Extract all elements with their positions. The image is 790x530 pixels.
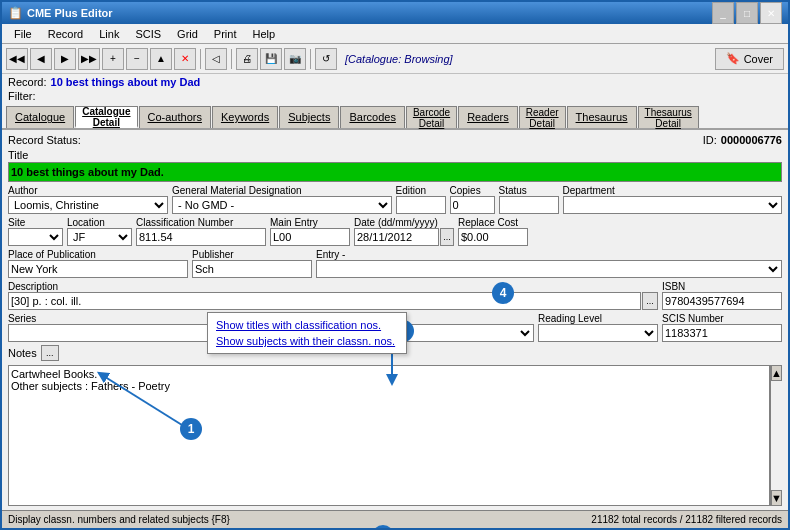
notes-textarea[interactable]: Cartwheel Books. Other subjects : Father…: [8, 365, 770, 506]
description-label: Description: [8, 281, 658, 292]
tab-thesaurus[interactable]: Thesaurus: [567, 106, 637, 128]
id-value: 0000006776: [721, 134, 782, 146]
toolbar: ◀◀ ◀ ▶ ▶▶ + − ▲ ✕ ◁ 🖨 💾 📷 ↺ [Catalogue: …: [2, 44, 788, 74]
delete-record-button[interactable]: −: [126, 48, 148, 70]
tab-keywords[interactable]: Keywords: [212, 106, 278, 128]
scisnumber-input[interactable]: [662, 324, 782, 342]
cancel-button[interactable]: ✕: [174, 48, 196, 70]
description-more-button[interactable]: ...: [642, 292, 658, 310]
gmd-select[interactable]: - No GMD -: [172, 196, 392, 214]
first-record-button[interactable]: ◀◀: [6, 48, 28, 70]
print-icon-button[interactable]: 🖨: [236, 48, 258, 70]
tab-readers[interactable]: Readers: [458, 106, 518, 128]
menu-help[interactable]: Help: [244, 26, 283, 42]
publisher-label: Publisher: [192, 249, 312, 260]
menu-link[interactable]: Link: [91, 26, 127, 42]
separator2: [231, 49, 232, 69]
mainentry-label: Main Entry: [270, 217, 350, 228]
tab-catalogue-detail[interactable]: CatalogueDetail: [75, 106, 137, 128]
title-label: Title: [8, 149, 782, 161]
notes-more-button[interactable]: ...: [41, 345, 59, 361]
placeofpub-label: Place of Publication: [8, 249, 188, 260]
mainentry-input[interactable]: [270, 228, 350, 246]
last-record-button[interactable]: ▶▶: [78, 48, 100, 70]
tooltip-popup: Show titles with classification nos. Sho…: [207, 312, 407, 354]
app-icon: 📋: [8, 6, 23, 20]
readinglevel-label: Reading Level: [538, 313, 658, 324]
filter-bar: Filter:: [2, 90, 788, 104]
next-record-button[interactable]: ▶: [54, 48, 76, 70]
department-select[interactable]: [563, 196, 783, 214]
tooltip-item-1[interactable]: Show titles with classification nos.: [208, 317, 406, 333]
scroll-down[interactable]: ▼: [771, 490, 782, 506]
notes-scrollbar[interactable]: ▲ ▼: [770, 365, 782, 506]
tooltip-item-2[interactable]: Show subjects with their classn. nos.: [208, 333, 406, 349]
readinglevel-select[interactable]: [538, 324, 658, 342]
title-input[interactable]: [8, 162, 782, 182]
site-select[interactable]: [8, 228, 63, 246]
menu-grid[interactable]: Grid: [169, 26, 206, 42]
menu-record[interactable]: Record: [40, 26, 91, 42]
refresh-button[interactable]: ↺: [315, 48, 337, 70]
gmd-label: General Material Designation: [172, 185, 392, 196]
separator3: [310, 49, 311, 69]
cover-label: Cover: [744, 53, 773, 65]
date-label: Date (dd/mm/yyyy): [354, 217, 454, 228]
close-button[interactable]: ✕: [760, 2, 782, 24]
separator: [200, 49, 201, 69]
location-select[interactable]: JF: [67, 228, 132, 246]
cover-icon: 🔖: [726, 52, 740, 65]
status-bar: Display classn. numbers and related subj…: [2, 510, 788, 528]
add-record-button[interactable]: +: [102, 48, 124, 70]
menu-print[interactable]: Print: [206, 26, 245, 42]
tab-coauthors[interactable]: Co-authors: [139, 106, 211, 128]
back-button[interactable]: ◁: [205, 48, 227, 70]
id-label: ID:: [703, 134, 717, 146]
main-content: Record Status: ID: 0000006776 Title Auth…: [2, 130, 788, 510]
tab-barcodes[interactable]: Barcodes: [340, 106, 404, 128]
status-input[interactable]: [499, 196, 559, 214]
scisnumber-label: SCIS Number: [662, 313, 782, 324]
title-bar: 📋 CME Plus Editor _ □ ✕: [2, 2, 788, 24]
status-left: Display classn. numbers and related subj…: [8, 514, 591, 525]
record-status-label: Record Status:: [8, 134, 81, 146]
browse-status: [Catalogue: Browsing]: [339, 53, 459, 65]
edition-input[interactable]: [396, 196, 446, 214]
save-button[interactable]: 💾: [260, 48, 282, 70]
status-right: 21182 total records / 21182 filtered rec…: [591, 514, 782, 525]
mainentry2-select[interactable]: [316, 260, 782, 278]
site-label: Site: [8, 217, 63, 228]
author-label: Author: [8, 185, 168, 196]
tab-thesaurus-detail[interactable]: ThesaurusDetail: [638, 106, 699, 128]
tab-barcode-detail[interactable]: BarcodeDetail: [406, 106, 457, 128]
description-input[interactable]: [8, 292, 641, 310]
tab-catalogue[interactable]: Catalogue: [6, 106, 74, 128]
scan-button[interactable]: 📷: [284, 48, 306, 70]
up-button[interactable]: ▲: [150, 48, 172, 70]
menu-scis[interactable]: SCIS: [127, 26, 169, 42]
menu-file[interactable]: File: [6, 26, 40, 42]
maximize-button[interactable]: □: [736, 2, 758, 24]
date-picker-button[interactable]: ...: [440, 228, 454, 246]
status-label: Status: [499, 185, 559, 196]
replacecost-label: Replace Cost: [458, 217, 782, 228]
annotation-badge-1: 1: [180, 418, 202, 440]
isbn-input[interactable]: [662, 292, 782, 310]
tab-subjects[interactable]: Subjects: [279, 106, 339, 128]
notes-label: Notes: [8, 347, 37, 359]
replacecost-input[interactable]: [458, 228, 528, 246]
classnum-label: Classification Number: [136, 217, 266, 228]
date-input[interactable]: [354, 228, 439, 246]
tab-reader-detail[interactable]: ReaderDetail: [519, 106, 566, 128]
minimize-button[interactable]: _: [712, 2, 734, 24]
window-title: CME Plus Editor: [27, 7, 712, 19]
classnum-input[interactable]: [136, 228, 266, 246]
publisher-input[interactable]: [192, 260, 312, 278]
prev-record-button[interactable]: ◀: [30, 48, 52, 70]
author-select[interactable]: Loomis, Christine: [8, 196, 168, 214]
copies-input[interactable]: [450, 196, 495, 214]
placeofpub-input[interactable]: [8, 260, 188, 278]
cover-button[interactable]: 🔖 Cover: [715, 48, 784, 70]
scroll-up[interactable]: ▲: [771, 365, 782, 381]
mainentry2-label: Entry -: [316, 249, 782, 260]
